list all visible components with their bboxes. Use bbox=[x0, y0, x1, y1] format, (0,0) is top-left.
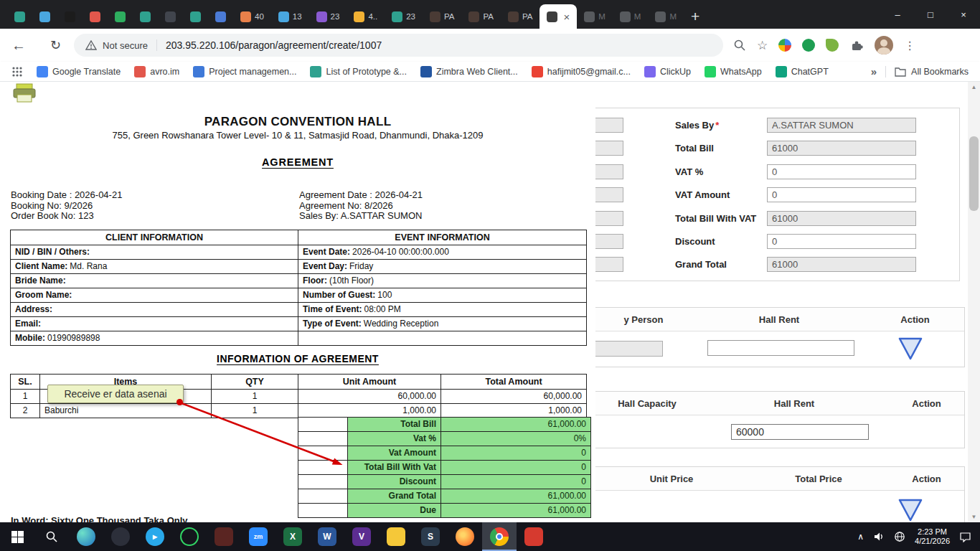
dark-app-icon bbox=[111, 527, 130, 546]
tab-favicon bbox=[165, 11, 176, 22]
network-icon[interactable] bbox=[894, 531, 905, 542]
item-sl: 1 bbox=[11, 390, 40, 404]
tab[interactable] bbox=[7, 4, 32, 29]
maximize-button[interactable]: □ bbox=[914, 0, 947, 29]
taskbar-telegram[interactable]: ▸ bbox=[138, 522, 172, 551]
bookmark-item[interactable]: hafijmit05@gmail.c... bbox=[532, 66, 631, 77]
bookmark-item[interactable]: Google Translate bbox=[37, 66, 121, 77]
new-tab-button[interactable]: + bbox=[691, 9, 699, 24]
item-sl: 2 bbox=[11, 404, 40, 418]
form-input[interactable] bbox=[767, 257, 916, 272]
hall-rent-input[interactable] bbox=[707, 340, 854, 356]
bookmark-label: List of Prototype &... bbox=[326, 67, 407, 77]
profile-avatar[interactable] bbox=[875, 36, 893, 55]
taskbar-dark-app[interactable] bbox=[103, 522, 138, 551]
bookmark-item[interactable]: Project managemen... bbox=[193, 66, 296, 77]
hall-rent-value-input[interactable] bbox=[731, 424, 869, 440]
taskbar-edge[interactable] bbox=[69, 522, 103, 551]
filter-action-icon[interactable] bbox=[897, 336, 923, 361]
form-input[interactable] bbox=[767, 118, 916, 133]
taskbar-word[interactable]: W bbox=[310, 522, 344, 551]
client-event-row: Groom Name:Number of Guest:100 bbox=[11, 288, 587, 303]
tab[interactable]: M bbox=[648, 4, 684, 29]
form-input[interactable] bbox=[767, 141, 916, 156]
action-center-icon[interactable] bbox=[959, 531, 971, 542]
volume-icon[interactable] bbox=[873, 531, 885, 542]
url-text[interactable]: 203.95.220.106/paragon/agreement/create/… bbox=[166, 39, 382, 51]
not-secure-warning-icon bbox=[85, 40, 97, 50]
scroll-up-arrow[interactable]: ▲ bbox=[968, 82, 980, 93]
tab[interactable]: 13 bbox=[271, 4, 309, 29]
taskbar-skype[interactable]: S bbox=[413, 522, 448, 551]
reload-button[interactable]: ↻ bbox=[50, 39, 61, 52]
taskbar-notes[interactable] bbox=[379, 522, 413, 551]
page-scrollbar[interactable]: ▲ ▼ bbox=[968, 82, 980, 522]
tab[interactable] bbox=[183, 4, 208, 29]
tab-close-icon[interactable]: × bbox=[563, 11, 570, 23]
all-bookmarks-button[interactable]: All Bookmarks bbox=[895, 67, 969, 77]
filter-action-icon[interactable] bbox=[897, 498, 923, 522]
scrollbar-thumb[interactable] bbox=[969, 136, 979, 211]
taskbar-red-app[interactable] bbox=[517, 522, 551, 551]
tab[interactable] bbox=[158, 4, 183, 29]
back-button[interactable]: ← bbox=[11, 38, 26, 52]
tab[interactable] bbox=[32, 4, 57, 29]
tab[interactable] bbox=[208, 4, 233, 29]
tab[interactable]: M bbox=[613, 4, 649, 29]
tab[interactable]: 4.. bbox=[347, 4, 385, 29]
tab-active[interactable]: × bbox=[540, 4, 577, 29]
form-input[interactable] bbox=[767, 211, 916, 226]
tab[interactable] bbox=[57, 4, 83, 29]
tab[interactable]: 23 bbox=[309, 4, 347, 29]
system-clock[interactable]: 2:23 PM 4/21/2026 bbox=[915, 527, 950, 547]
browser-menu-icon[interactable]: ⋮ bbox=[904, 39, 915, 52]
bookmark-item[interactable]: List of Prototype &... bbox=[310, 66, 407, 77]
minimize-button[interactable]: – bbox=[881, 0, 914, 29]
col-header: Total Price bbox=[750, 474, 887, 484]
extensions-puzzle-icon[interactable] bbox=[849, 38, 864, 52]
tab[interactable]: M bbox=[577, 4, 613, 29]
extension-leaf-icon[interactable] bbox=[826, 39, 839, 52]
tab[interactable]: PA bbox=[423, 4, 462, 29]
taskbar-whatsapp[interactable] bbox=[172, 522, 207, 551]
address-bar[interactable]: Not secure 203.95.220.106/paragon/agreem… bbox=[74, 34, 723, 57]
info-of-agreement-heading: INFORMATION OF AGREEMENT bbox=[0, 353, 595, 364]
tab[interactable]: PA bbox=[461, 4, 501, 29]
tab[interactable] bbox=[108, 4, 133, 29]
tray-expand-icon[interactable]: ∧ bbox=[857, 532, 864, 542]
form-input[interactable] bbox=[767, 187, 916, 202]
bookmark-item[interactable]: avro.im bbox=[134, 66, 179, 77]
extension-colorful-icon[interactable] bbox=[778, 39, 791, 52]
extension-green-icon[interactable] bbox=[802, 39, 815, 52]
print-icon[interactable] bbox=[11, 83, 37, 103]
form-input[interactable] bbox=[767, 234, 916, 249]
search-icon[interactable] bbox=[733, 39, 746, 52]
bookmark-item[interactable]: ClickUp bbox=[644, 66, 691, 77]
taskbar-zoom[interactable]: zm bbox=[241, 522, 275, 551]
close-button[interactable]: × bbox=[947, 0, 980, 29]
taskbar-chrome[interactable] bbox=[482, 522, 517, 551]
tab[interactable]: 40 bbox=[233, 4, 271, 29]
taskbar-firefox[interactable] bbox=[448, 522, 482, 551]
bookmark-star-icon[interactable]: ☆ bbox=[757, 39, 768, 52]
totals-value: 61,000.00 bbox=[441, 489, 591, 504]
security-label[interactable]: Not secure bbox=[103, 40, 148, 51]
taskbar-search-button[interactable] bbox=[34, 522, 69, 551]
tab[interactable]: PA bbox=[501, 4, 540, 29]
taskbar-excel[interactable]: X bbox=[275, 522, 310, 551]
start-button[interactable] bbox=[0, 522, 34, 551]
taskbar-visual-studio[interactable]: V bbox=[344, 522, 379, 551]
scroll-down-arrow[interactable]: ▼ bbox=[968, 512, 980, 522]
tab[interactable] bbox=[83, 4, 108, 29]
form-input[interactable] bbox=[767, 164, 916, 179]
tab-favicon bbox=[65, 11, 75, 22]
client-info-header: CLIENT INFORMATION bbox=[11, 230, 298, 245]
bookmark-item[interactable]: WhatsApp bbox=[705, 66, 762, 77]
bookmark-item[interactable]: ChatGPT bbox=[776, 66, 829, 77]
tab[interactable]: 23 bbox=[385, 4, 423, 29]
taskbar-maroon-app[interactable] bbox=[207, 522, 241, 551]
tab[interactable] bbox=[133, 4, 158, 29]
bookmark-item[interactable]: Zimbra Web Client... bbox=[420, 66, 518, 77]
bookmarks-overflow-icon[interactable]: » bbox=[871, 65, 877, 77]
apps-grid-icon[interactable] bbox=[11, 66, 23, 77]
